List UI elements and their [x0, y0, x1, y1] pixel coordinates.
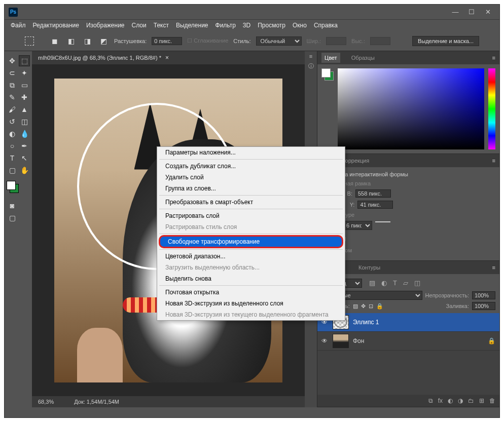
visibility-icon[interactable]: 👁 [321, 337, 329, 344]
subtract-selection-icon[interactable]: ◨ [82, 35, 93, 47]
minimize-button[interactable]: — [448, 7, 463, 18]
brush-tool[interactable]: 🖌 [7, 104, 18, 115]
wand-tool[interactable]: ✦ [19, 67, 30, 79]
ctx-item[interactable]: Новая 3D-экструзия из выделенного слоя [157, 298, 345, 309]
adjustment-icon[interactable]: ◑ [458, 397, 463, 404]
opacity-input[interactable] [472, 291, 495, 299]
doc-label: Док: [74, 399, 85, 405]
filter-type-icon[interactable]: T [393, 279, 397, 287]
quickmask-tool[interactable]: ◙ [7, 200, 18, 211]
gradient-tool[interactable]: ◐ [7, 128, 18, 139]
layer-name[interactable]: Эллипс 1 [353, 319, 379, 326]
filter-pixel-icon[interactable]: ▨ [369, 279, 375, 287]
crop-tool[interactable]: ⧉ [7, 80, 18, 91]
ctx-item[interactable]: Растрировать слой [157, 210, 345, 221]
eyedropper-tool[interactable]: ✎ [7, 92, 18, 103]
layer-item[interactable]: 👁 Фон 🔒 [317, 332, 499, 351]
y-field[interactable] [357, 201, 393, 209]
panel-menu-icon[interactable]: ≡ [492, 264, 495, 271]
color-picker[interactable] [338, 68, 484, 149]
ctx-item[interactable]: Группа из слоев... [157, 183, 345, 194]
marquee-tool-icon[interactable] [25, 36, 34, 46]
menu-редактирование[interactable]: Редактирование [33, 22, 79, 29]
panel-menu-icon[interactable]: ≡ [492, 55, 495, 61]
stroke-style[interactable] [375, 221, 390, 229]
menu-просмотр[interactable]: Просмотр [258, 22, 285, 29]
add-selection-icon[interactable]: ◧ [65, 35, 77, 47]
panel-menu-icon[interactable]: ≡ [492, 158, 495, 164]
panel-icon[interactable]: ⓘ [308, 62, 314, 70]
menu-слои[interactable]: Слои [132, 22, 147, 29]
pen-tool[interactable]: ✒ [19, 140, 30, 151]
ctx-item[interactable]: Выделить снова [157, 273, 345, 284]
path-tool[interactable]: ↖ [19, 152, 30, 164]
type-tool[interactable]: T [7, 152, 18, 164]
menu-3d[interactable]: 3D [243, 22, 250, 29]
document-tab[interactable]: mIh09iC8x6U.jpg @ 68,3% (Эллипс 1, RGB/8… [32, 51, 305, 64]
menu-файл[interactable]: Файл [11, 22, 26, 29]
style-select[interactable]: Обычный [256, 36, 302, 46]
move-tool[interactable]: ✥ [7, 55, 18, 66]
ctx-item[interactable]: Создать дубликат слоя... [157, 161, 345, 172]
color-tab[interactable]: Цвет [321, 53, 340, 63]
lock-position-icon[interactable]: ✥ [361, 303, 366, 310]
ctx-item[interactable]: Преобразовать в смарт-объект [157, 197, 345, 208]
menu-изображение[interactable]: Изображение [86, 22, 125, 29]
menu-фильтр[interactable]: Фильтр [215, 22, 236, 29]
feather-input[interactable] [152, 37, 182, 45]
paths-tab[interactable]: Контуры [355, 262, 383, 273]
lock-pixels-icon[interactable]: ▨ [353, 303, 358, 310]
ctx-item[interactable]: Цветовой диапазон... [157, 251, 345, 262]
ctx-item[interactable]: Удалить слой [157, 172, 345, 183]
lock-artboard-icon[interactable]: ⊡ [369, 303, 373, 310]
intersect-selection-icon[interactable]: ◩ [98, 35, 109, 47]
eraser-tool[interactable]: ◫ [19, 116, 30, 127]
menu-текст[interactable]: Текст [154, 22, 169, 29]
maximize-button[interactable]: ☐ [464, 7, 479, 18]
ctx-item[interactable]: Почтовая открытка [157, 287, 345, 298]
fill-input[interactable] [472, 302, 495, 310]
hand-tool[interactable]: ✋ [19, 165, 30, 176]
color-fgbg-swatch[interactable] [321, 68, 334, 81]
shape-tool[interactable]: ▢ [7, 165, 18, 176]
swatches-tab[interactable]: Образцы [348, 53, 378, 63]
link-icon[interactable]: ⧉ [428, 397, 433, 404]
close-button[interactable]: ✕ [480, 7, 495, 18]
tab-close-icon[interactable]: × [165, 54, 169, 61]
mask-icon[interactable]: ◐ [448, 397, 453, 404]
menu-справка[interactable]: Справка [314, 22, 338, 29]
filter-smart-icon[interactable]: ◫ [414, 279, 420, 287]
layer-thumb[interactable] [333, 334, 349, 348]
new-selection-icon[interactable]: ◼ [49, 35, 60, 47]
height-label: Выс.: [351, 38, 365, 44]
filter-shape-icon[interactable]: ▱ [403, 279, 408, 287]
menu-окно[interactable]: Окно [293, 22, 307, 29]
ctx-item[interactable]: Свободное трансформирование [159, 235, 343, 248]
stamp-tool[interactable]: ▲ [19, 104, 30, 115]
ctx-item[interactable]: Параметры наложения... [157, 147, 345, 158]
marquee-tool[interactable]: ⬚ [19, 55, 30, 66]
panel-icon[interactable]: ≡ [309, 53, 312, 59]
frame-tool[interactable]: ▭ [19, 80, 30, 91]
delete-icon[interactable]: 🗑 [489, 397, 495, 404]
document-tab-title: mIh09iC8x6U.jpg @ 68,3% (Эллипс 1, RGB/8… [38, 55, 161, 61]
hue-slider[interactable] [488, 68, 495, 149]
heal-tool[interactable]: ✚ [19, 92, 30, 103]
lasso-tool[interactable]: ⊂ [7, 67, 18, 79]
group-icon[interactable]: 🗀 [468, 397, 474, 404]
stroke-width[interactable]: 6 пикс. [342, 221, 372, 230]
new-layer-icon[interactable]: ⊞ [479, 397, 484, 404]
select-mask-button[interactable]: Выделение и маска... [412, 36, 479, 46]
dodge-tool[interactable]: ○ [7, 140, 18, 151]
screenmode-tool[interactable]: ▢ [7, 212, 18, 223]
history-brush-tool[interactable]: ↺ [7, 116, 18, 127]
blur-tool[interactable]: 💧 [19, 128, 30, 139]
filter-adjust-icon[interactable]: ◐ [381, 279, 387, 287]
width-field[interactable] [355, 189, 391, 198]
lock-all-icon[interactable]: 🔒 [376, 303, 383, 310]
color-swatch[interactable] [7, 181, 19, 193]
layer-name[interactable]: Фон [353, 337, 364, 344]
fx-icon[interactable]: fx [438, 397, 443, 404]
zoom-value[interactable]: 68,3% [38, 399, 54, 405]
menu-выделение[interactable]: Выделение [176, 22, 208, 29]
